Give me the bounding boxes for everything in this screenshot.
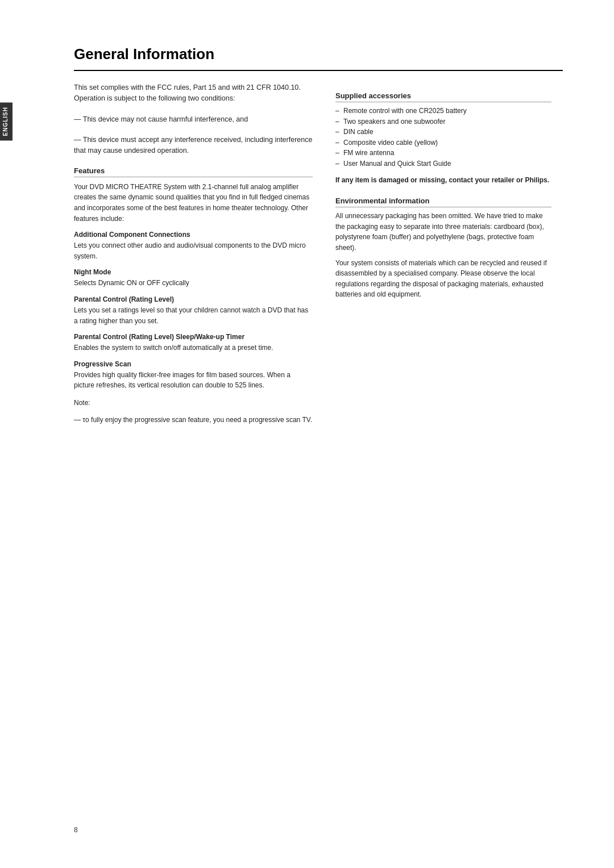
night-mode-text: Selects Dynamic ON or OFF cyclically: [74, 278, 313, 289]
page-number: 8: [74, 826, 78, 834]
features-section: Features Your DVD MICRO THEATRE System w…: [74, 166, 313, 425]
supplied-accessories-section: Supplied accessories Remote control with…: [335, 91, 551, 185]
right-column: Supplied accessories Remote control with…: [335, 82, 551, 425]
accessories-list: Remote control with one CR2025 battery T…: [335, 106, 551, 169]
list-item: Two speakers and one subwoofer: [335, 116, 551, 127]
page-container: English General Information This set com…: [0, 0, 614, 868]
additional-component-text: Lets you connect other audio and audio/v…: [74, 240, 313, 261]
intro-text-1: This set complies with the FCC rules, Pa…: [74, 82, 313, 104]
list-item: User Manual and Quick Start Guide: [335, 158, 551, 169]
progressive-scan-heading: Progressive Scan: [74, 360, 313, 368]
list-item: FM wire antenna: [335, 148, 551, 158]
left-column: This set complies with the FCC rules, Pa…: [74, 82, 313, 425]
features-heading: Features: [74, 166, 313, 177]
parental-control-text: Lets you set a ratings level so that you…: [74, 305, 313, 326]
features-intro: Your DVD MICRO THEATRE System with 2.1-c…: [74, 182, 313, 224]
parental-control-heading: Parental Control (Rating Level): [74, 295, 313, 303]
environmental-text-2: Your system consists of materials which …: [335, 258, 551, 300]
note-text: — τo fully enjoy the progressive scan fe…: [74, 415, 313, 425]
page-title: General Information: [74, 45, 563, 65]
language-tab: English: [0, 102, 13, 140]
contact-text: If any item is damaged or missing, conta…: [335, 175, 551, 186]
additional-component-heading: Additional Component Connections: [74, 231, 313, 239]
list-item: Composite video cable (yellow): [335, 137, 551, 148]
list-item: Remote control with one CR2025 battery: [335, 106, 551, 116]
parental-sleep-text: Enables the system to switch on/off auto…: [74, 343, 313, 353]
main-content: This set complies with the FCC rules, Pa…: [74, 82, 563, 425]
list-item: DIN cable: [335, 127, 551, 137]
note-label: Note:: [74, 398, 313, 408]
environmental-heading: Environmental information: [335, 197, 551, 207]
intro-text-3: — This device must accept any interferen…: [74, 135, 313, 156]
night-mode-heading: Night Mode: [74, 268, 313, 276]
environmental-section: Environmental information All unnecessar…: [335, 197, 551, 300]
progressive-scan-text: Provides high quality flicker-free image…: [74, 370, 313, 391]
environmental-text-1: All unnecessary packaging has been omitt…: [335, 211, 551, 253]
parental-sleep-heading: Parental Control (Rating Level) Sleep/Wa…: [74, 333, 313, 341]
title-divider: [74, 70, 563, 71]
supplied-accessories-heading: Supplied accessories: [335, 91, 551, 102]
intro-text-2: — This device may not cause harmful inte…: [74, 114, 313, 125]
